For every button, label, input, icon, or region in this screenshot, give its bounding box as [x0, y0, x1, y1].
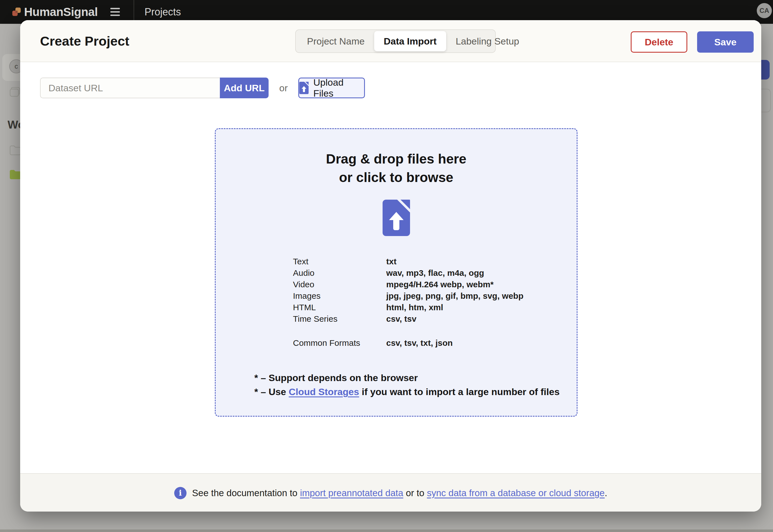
format-value: mpeg4/H.264 webp, webm*: [386, 280, 493, 289]
footer-text-suffix: .: [605, 488, 607, 498]
note-browser-support: * – Support depends on the browser: [254, 371, 560, 385]
footer-text: See the documentation to import preannot…: [192, 488, 607, 498]
tab-project-name[interactable]: Project Name: [297, 32, 374, 50]
dataset-url-input[interactable]: [40, 78, 220, 98]
app-root: c Wo Projects: 1-1 « ‹ 1 of 1 › »: [0, 0, 773, 532]
format-label: Video: [293, 280, 386, 289]
hamburger-menu-icon[interactable]: [110, 6, 122, 18]
format-value: txt: [386, 257, 397, 266]
format-label: Text: [293, 257, 386, 266]
note-cloud-storages: * – Use Cloud Storages if you want to im…: [254, 385, 560, 399]
upload-files-button[interactable]: Upload Files: [298, 78, 365, 98]
import-preannotated-link[interactable]: import preannotated data: [300, 488, 403, 498]
format-row-video: Video mpeg4/H.264 webp, webm*: [293, 279, 562, 290]
format-row-timeseries: Time Series csv, tsv: [293, 313, 562, 325]
format-value: csv, tsv: [386, 314, 416, 324]
user-avatar[interactable]: CA: [757, 3, 772, 18]
tab-labeling-setup[interactable]: Labeling Setup: [446, 32, 529, 50]
hidden-primary-button-fragment: [761, 60, 770, 80]
dropzone-notes: * – Support depends on the browser * – U…: [254, 371, 560, 399]
format-label: Common Formats: [293, 338, 386, 348]
note-cloud-prefix: * – Use: [254, 386, 289, 397]
common-formats-row: Common Formats csv, tsv, txt, json: [293, 337, 562, 349]
format-label: Images: [293, 291, 386, 301]
note-cloud-suffix: if you want to import a large number of …: [359, 386, 560, 397]
create-project-modal: Create Project Project Name Data Import …: [20, 20, 761, 512]
file-upload-icon: [299, 82, 309, 94]
tab-group: Project Name Data Import Labeling Setup: [295, 29, 496, 53]
format-row-images: Images jpg, jpeg, png, gif, bmp, svg, we…: [293, 290, 562, 302]
format-row-text: Text txt: [293, 256, 562, 267]
format-row-html: HTML html, htm, xml: [293, 302, 562, 313]
projects-stack-icon: [9, 87, 21, 98]
footer-text-middle: or to: [403, 488, 427, 498]
add-url-button[interactable]: Add URL: [220, 78, 269, 98]
hidden-search-fragment: [761, 89, 771, 112]
or-label: or: [279, 83, 288, 94]
upload-files-label: Upload Files: [313, 77, 364, 99]
save-button[interactable]: Save: [697, 31, 754, 53]
formats-table: Text txt Audio wav, mp3, flac, m4a, ogg …: [293, 256, 562, 349]
format-value: html, htm, xml: [386, 303, 443, 312]
format-label: Time Series: [293, 314, 386, 324]
dropzone-heading-line1: Drag & drop files here: [216, 150, 577, 168]
format-row-audio: Audio wav, mp3, flac, m4a, ogg: [293, 267, 562, 279]
dropzone-heading-line2: or click to browse: [216, 168, 577, 187]
green-folder-icon: [9, 169, 22, 180]
sync-data-link[interactable]: sync data from a database or cloud stora…: [427, 488, 605, 498]
dataset-url-row: Add URL or Upload Files: [40, 78, 365, 98]
format-value: wav, mp3, flac, m4a, ogg: [386, 268, 484, 278]
info-icon: i: [174, 487, 187, 499]
dropzone[interactable]: Drag & drop files here or click to brows…: [215, 128, 578, 417]
dropzone-heading: Drag & drop files here or click to brows…: [216, 150, 577, 187]
footer-text-prefix: See the documentation to: [192, 488, 300, 498]
page-title: Create Project: [40, 20, 129, 62]
delete-button[interactable]: Delete: [631, 31, 687, 53]
page-bottom-strip: [0, 529, 773, 532]
tab-data-import[interactable]: Data Import: [374, 31, 446, 51]
format-value: csv, tsv, txt, json: [386, 338, 453, 348]
humansignal-logo-icon: [12, 8, 21, 17]
folder-icon: [9, 145, 21, 155]
format-value: jpg, jpeg, png, gif, bmp, svg, webp: [386, 291, 523, 301]
modal-footer: i See the documentation to import preann…: [20, 473, 761, 512]
cloud-storages-link[interactable]: Cloud Storages: [289, 386, 359, 397]
upload-file-icon: [383, 200, 410, 236]
format-label: Audio: [293, 268, 386, 278]
format-label: HTML: [293, 303, 386, 312]
